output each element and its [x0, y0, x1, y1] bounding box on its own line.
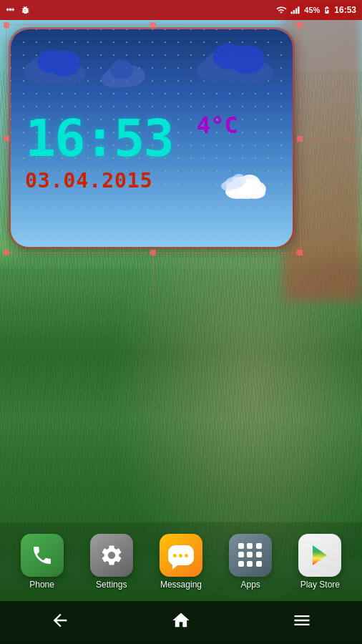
- svg-point-16: [110, 59, 133, 79]
- grid-dot: [256, 552, 262, 557]
- charging-icon: [323, 5, 331, 15]
- messaging-label: Messaging: [160, 580, 202, 590]
- apps-grid: [238, 543, 263, 567]
- play-store-label: Play Store: [300, 580, 340, 590]
- home-button[interactable]: [164, 603, 198, 642]
- chat-dot-1: [173, 554, 177, 557]
- dock-phone[interactable]: Phone: [21, 534, 64, 590]
- svg-point-8: [49, 51, 80, 77]
- svg-point-13: [229, 45, 265, 74]
- grid-dot: [256, 561, 262, 567]
- chat-dots: [173, 554, 188, 557]
- weather-icon: [221, 162, 271, 201]
- clock-widget-wrapper[interactable]: 16:53 4°C 03.04.2015: [9, 27, 295, 249]
- background-blur: [283, 0, 362, 301]
- svg-point-24: [232, 174, 246, 187]
- status-right-info: 45% 16:53: [275, 5, 356, 15]
- bug-icon: [20, 5, 30, 15]
- status-bar: 45% 16:53: [0, 0, 362, 20]
- battery-percent: 45%: [304, 6, 320, 14]
- play-store-icon[interactable]: [298, 534, 341, 577]
- grid-dot: [238, 561, 244, 567]
- grid-dot: [238, 552, 244, 557]
- grid-dot: [256, 543, 262, 549]
- grid-dot: [238, 543, 244, 549]
- navigation-bar: [0, 601, 362, 644]
- apps-label: Apps: [240, 580, 260, 590]
- svg-rect-2: [295, 9, 297, 14]
- messaging-icon[interactable]: [160, 534, 202, 577]
- widget-clouds: [11, 36, 293, 94]
- status-time: 16:53: [334, 5, 356, 15]
- widget-date: 03.04.2015: [25, 169, 153, 192]
- grid-dot: [247, 552, 253, 557]
- apps-icon[interactable]: [229, 534, 272, 577]
- menu-button[interactable]: [285, 603, 319, 642]
- settings-label: Settings: [96, 580, 127, 590]
- phone-icon[interactable]: [21, 534, 64, 577]
- back-button[interactable]: [43, 603, 77, 642]
- svg-rect-0: [291, 11, 293, 14]
- clock-widget[interactable]: 16:53 4°C 03.04.2015: [9, 27, 295, 249]
- dock-apps[interactable]: Apps: [229, 534, 272, 590]
- svg-rect-1: [293, 10, 295, 14]
- status-left-icons: [6, 5, 30, 15]
- chat-dot-2: [179, 554, 182, 557]
- dock-play-store[interactable]: Play Store: [298, 534, 341, 590]
- widget-temperature: 4°C: [197, 112, 238, 139]
- usb-icon: [6, 5, 16, 15]
- widget-time: 16:53: [25, 108, 173, 168]
- wifi-icon: [275, 5, 287, 15]
- chat-dot-3: [185, 554, 188, 557]
- chat-bubble: [168, 545, 194, 565]
- svg-marker-25: [313, 545, 327, 565]
- dock-messaging[interactable]: Messaging: [160, 534, 202, 590]
- grid-dot: [247, 543, 253, 549]
- phone-label: Phone: [29, 580, 54, 590]
- dock-settings[interactable]: Settings: [90, 534, 133, 590]
- grid-dot: [247, 561, 253, 567]
- app-dock: Phone Settings Messaging: [0, 522, 362, 601]
- settings-icon[interactable]: [90, 534, 133, 577]
- signal-icon: [290, 5, 301, 15]
- svg-rect-3: [298, 6, 299, 14]
